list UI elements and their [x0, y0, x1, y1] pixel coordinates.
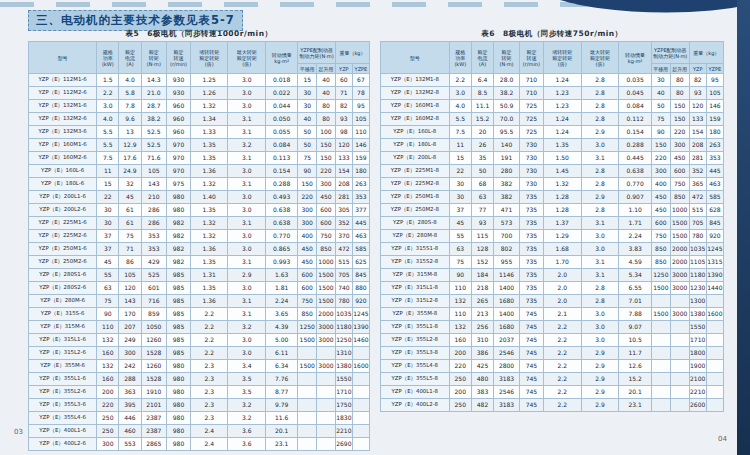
value-cell: 40 — [298, 113, 317, 126]
value-cell — [706, 373, 723, 386]
model-cell: YZP（E）400L2-6 — [29, 438, 97, 451]
model-cell: YZP（E）200L2-6 — [29, 204, 97, 217]
table5-caption: 表5 6极电机（同步转速1000r/min） — [28, 29, 370, 39]
value-cell: 1.32 — [190, 217, 228, 230]
value-cell: 2.8 — [581, 295, 619, 308]
value-cell: 286 — [141, 204, 167, 217]
value-cell: 0.154 — [265, 165, 297, 178]
value-cell: 1.29 — [543, 230, 581, 243]
table-row: YZP（E）315L1-811021814007352.02.86.551500… — [381, 282, 724, 295]
value-cell: 95 — [352, 100, 369, 113]
value-cell — [670, 321, 689, 334]
value-cell: 1.70 — [543, 256, 581, 269]
value-cell: 300 — [298, 217, 317, 230]
value-cell: 450 — [651, 191, 670, 204]
value-cell: 132 — [97, 360, 119, 373]
model-cell: YZP（E）315L2-8 — [381, 295, 450, 308]
value-cell: 23.1 — [265, 438, 297, 451]
value-cell: 1528 — [141, 373, 167, 386]
table-row: YZP（E）112M2-62.25.821.09301.263.00.02230… — [29, 87, 370, 100]
value-cell: 0.638 — [265, 217, 297, 230]
value-cell: 2.2 — [543, 347, 581, 360]
table-row: YZP（E）160M2-67.517.671.69701.353.10.1137… — [29, 152, 370, 165]
value-cell: 26 — [471, 139, 493, 152]
value-cell: 150 — [651, 139, 670, 152]
value-cell: 600 — [670, 165, 689, 178]
value-cell: 30 — [97, 204, 119, 217]
value-cell: 2210 — [335, 425, 352, 438]
value-cell — [298, 412, 317, 425]
table-row: YZP（E）355L1-813225616807452.23.09.071550 — [381, 321, 724, 334]
header-brake-torque-group: YZPE配制动器 制动力矩(N·m) — [651, 42, 689, 64]
header-brake-traverse: 平移用 — [298, 64, 317, 74]
value-cell: 3183 — [494, 399, 520, 412]
value-cell: 55 — [449, 230, 471, 243]
value-cell: 6.11 — [265, 347, 297, 360]
value-cell: 98 — [335, 126, 352, 139]
value-cell: 363 — [119, 386, 141, 399]
value-cell: 2.3 — [190, 373, 228, 386]
value-cell: 585 — [352, 243, 369, 256]
value-cell: 5.34 — [619, 269, 652, 282]
model-cell: YZP（E）355L4-6 — [29, 412, 97, 425]
value-cell: 1800 — [689, 347, 706, 360]
value-cell: 0.113 — [265, 152, 297, 165]
value-cell: 55 — [97, 269, 119, 282]
value-cell: 625 — [352, 256, 369, 269]
value-cell: 210 — [141, 191, 167, 204]
value-cell: 80 — [317, 113, 336, 126]
value-cell: 220 — [670, 126, 689, 139]
header-brake-traverse: 平移用 — [651, 64, 670, 74]
value-cell: 93 — [689, 87, 706, 100]
header-max-torque: 最大转矩 额定转矩 (倍) — [228, 42, 266, 74]
value-cell: 37 — [97, 230, 119, 243]
value-cell: 2.9 — [581, 399, 619, 412]
model-cell: YZP（E）355M-6 — [29, 360, 97, 373]
value-cell: 2.8 — [581, 87, 619, 100]
value-cell: 1.28 — [543, 191, 581, 204]
value-cell — [298, 438, 317, 451]
value-cell: 13 — [119, 126, 141, 139]
value-cell: 11 — [449, 139, 471, 152]
value-cell: 985 — [167, 334, 191, 347]
value-cell — [706, 360, 723, 373]
value-cell: 735 — [519, 243, 543, 256]
value-cell: 3.5 — [228, 386, 266, 399]
model-cell: YZP（E）200L1-6 — [29, 191, 97, 204]
value-cell: 0.018 — [265, 74, 297, 87]
value-cell — [352, 412, 369, 425]
table-row: YZP（E）400L1-625046023879802.43.620.12210 — [29, 425, 370, 438]
value-cell: 482 — [471, 399, 493, 412]
value-cell: 2.2 — [543, 399, 581, 412]
header-weight-group: 重量（kg） — [335, 42, 369, 64]
model-cell: YZP（E）250M1-8 — [381, 191, 450, 204]
table-row: YZP（E）400L2-630055328659802.43.623.12690 — [29, 438, 370, 451]
value-cell — [298, 386, 317, 399]
value-cell: 3.0 — [228, 347, 266, 360]
value-cell: 445 — [706, 165, 723, 178]
value-cell: 1.35 — [190, 139, 228, 152]
table5-body: YZP（E）112M1-61.54.014.39301.253.00.01815… — [29, 74, 370, 451]
value-cell: 95.5 — [494, 126, 520, 139]
value-cell: 208 — [689, 139, 706, 152]
value-cell: 980 — [167, 204, 191, 217]
value-cell: 960 — [167, 126, 191, 139]
value-cell: 705 — [689, 217, 706, 230]
value-cell: 120 — [689, 100, 706, 113]
model-cell: YZP（E）355L3-8 — [381, 347, 450, 360]
table-row: YZP（E）160L-87.52095.57251.242.90.1549022… — [381, 126, 724, 139]
value-cell: 32 — [119, 178, 141, 191]
value-cell: 2.2 — [543, 321, 581, 334]
value-cell: 218 — [471, 282, 493, 295]
value-cell: 71 — [335, 87, 352, 100]
value-cell — [670, 295, 689, 308]
value-cell: 382 — [494, 191, 520, 204]
value-cell: 159 — [352, 152, 369, 165]
value-cell: 710 — [519, 87, 543, 100]
table-row: YZP（E）160M2-85.515.270.07251.242.80.1127… — [381, 113, 724, 126]
value-cell: 1180 — [335, 321, 352, 334]
value-cell: 4.0 — [449, 100, 471, 113]
value-cell: 180 — [706, 126, 723, 139]
value-cell: 1500 — [651, 282, 670, 295]
value-cell: 0.154 — [619, 126, 652, 139]
